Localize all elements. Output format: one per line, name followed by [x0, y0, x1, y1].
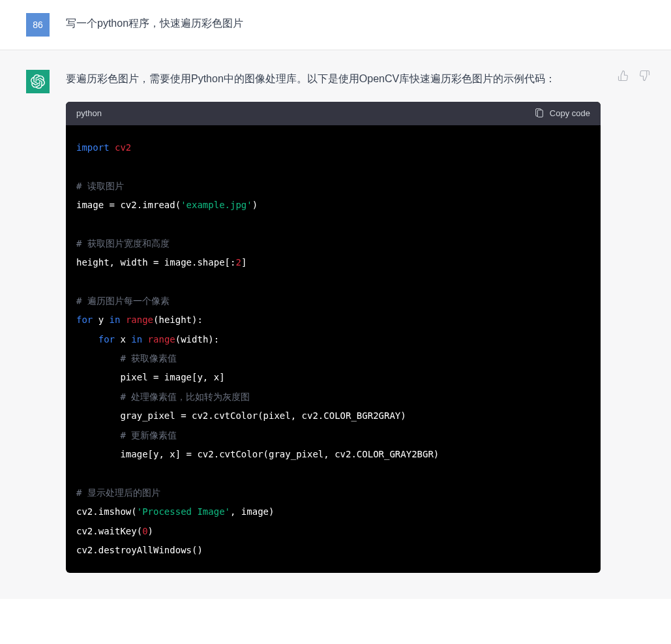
code-token: ]	[241, 257, 246, 268]
user-message: 86 写一个python程序，快速遍历彩色图片	[0, 0, 671, 50]
thumbs-up-icon	[618, 70, 629, 82]
code-token: # 获取图片宽度和高度	[76, 238, 170, 249]
code-block: python Copy code import cv2 # 读取图片 image…	[66, 102, 601, 574]
code-token: # 显示处理后的图片	[76, 487, 160, 498]
code-token: # 处理像素值，比如转为灰度图	[120, 391, 250, 402]
code-token: )	[252, 200, 258, 210]
code-token: )	[148, 526, 153, 536]
code-token: for	[98, 334, 115, 345]
clipboard-icon	[534, 108, 544, 119]
code-token: y	[93, 314, 109, 325]
code-token: , image)	[230, 506, 274, 517]
code-token: (height):	[153, 314, 203, 325]
code-token: cv2.waitKey(	[76, 526, 142, 536]
code-language-label: python	[76, 108, 102, 118]
code-content[interactable]: import cv2 # 读取图片 image = cv2.imread('ex…	[66, 125, 601, 574]
code-token: pixel = image[y, x]	[120, 372, 224, 382]
code-token: # 读取图片	[76, 181, 124, 191]
feedback-buttons	[618, 70, 651, 83]
code-token: height, width = image.shape[:	[76, 257, 235, 268]
copy-code-label: Copy code	[550, 108, 590, 118]
code-token: # 更新像素值	[120, 430, 177, 440]
code-token: for	[76, 314, 93, 325]
thumbs-down-button[interactable]	[638, 70, 651, 83]
code-header: python Copy code	[66, 102, 601, 125]
code-token: # 遍历图片每一个像素	[76, 296, 170, 306]
user-avatar-badge: 86	[26, 13, 50, 37]
code-token: # 获取像素值	[120, 353, 177, 363]
code-token: image = cv2.imread(	[76, 200, 181, 210]
assistant-content: 要遍历彩色图片，需要使用Python中的图像处理库。以下是使用OpenCV库快速…	[66, 70, 601, 573]
code-token: range	[120, 314, 153, 325]
thumbs-up-button[interactable]	[618, 70, 631, 83]
assistant-intro-text: 要遍历彩色图片，需要使用Python中的图像处理库。以下是使用OpenCV库快速…	[66, 70, 601, 89]
code-token: in	[131, 334, 142, 345]
assistant-avatar	[26, 70, 50, 93]
code-token: cv2.imshow(	[76, 506, 137, 517]
code-token: in	[110, 314, 121, 325]
code-token: range	[142, 334, 175, 345]
copy-code-button[interactable]: Copy code	[534, 108, 590, 119]
code-token: gray_pixel = cv2.cvtColor(pixel, cv2.COL…	[120, 410, 406, 421]
code-token: x	[115, 334, 131, 345]
code-token: 2	[235, 257, 241, 268]
code-token: 'example.jpg'	[181, 200, 252, 210]
thumbs-down-icon	[638, 70, 650, 82]
code-token: 0	[142, 526, 147, 536]
openai-logo-icon	[31, 74, 45, 89]
code-token: import	[76, 142, 110, 153]
code-token: cv2	[115, 142, 131, 153]
code-token: 'Processed Image'	[137, 506, 230, 517]
user-prompt-text: 写一个python程序，快速遍历彩色图片	[66, 13, 243, 37]
svg-rect-0	[537, 110, 543, 117]
code-token: image[y, x] = cv2.cvtColor(gray_pixel, c…	[120, 449, 439, 459]
assistant-message: 要遍历彩色图片，需要使用Python中的图像处理库。以下是使用OpenCV库快速…	[0, 50, 671, 599]
code-token: (width):	[175, 334, 219, 345]
code-token: cv2.destroyAllWindows()	[76, 545, 203, 555]
